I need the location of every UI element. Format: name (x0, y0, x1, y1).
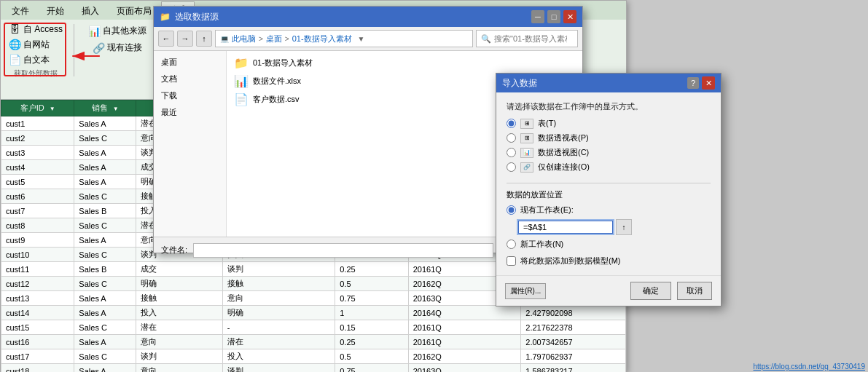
path-folder[interactable]: 01-数据导入素材 (292, 33, 352, 44)
website-icon: 🌐 (9, 39, 20, 50)
import-dialog-body: 请选择该数据在工作簿中的显示方式。 ⊞ 表(T) ⊞ 数据透视表(P) 📊 数据… (496, 92, 721, 275)
path-sep-1: > (259, 35, 263, 43)
display-radio-table[interactable] (507, 119, 516, 128)
ribbon-item-website[interactable]: 🌐 自网站 (7, 38, 52, 52)
add-to-model-checkbox[interactable] (507, 256, 516, 266)
table-cell: 意向 (222, 291, 335, 306)
pivot-table-icon: ⊞ (520, 133, 533, 143)
display-option-table[interactable]: ⊞ 表(T) (507, 118, 711, 129)
path-bar: 💻 此电脑 > 桌面 > 01-数据导入素材 ▼ (215, 30, 473, 47)
table-cell: Sales C (74, 248, 136, 262)
access-icon: 🗄 (9, 23, 20, 35)
table-cell: 0.75 (335, 291, 408, 306)
tab-layout[interactable]: 页面布局 (109, 2, 160, 20)
search-input[interactable] (494, 34, 567, 43)
display-radio-pivot-chart[interactable] (507, 148, 516, 157)
table-cell: Sales C (74, 218, 136, 233)
table-cell: 20162Q (408, 349, 521, 364)
connection-icon: 🔗 (520, 162, 533, 173)
table-cell: 谈判 (222, 364, 335, 373)
import-help-icon[interactable]: ? (687, 77, 699, 89)
table-cell: 成交 (136, 262, 222, 277)
table-cell: 0.15 (335, 320, 408, 335)
path-computer-icon: 💻 (220, 35, 229, 43)
table-cell: 谈判 (222, 262, 335, 277)
display-radio-connection[interactable] (507, 162, 516, 172)
display-option-connection-only[interactable]: 🔗 仅创建连接(O) (507, 162, 711, 173)
ribbon-item-access[interactable]: 🗄 自 Access (7, 23, 65, 36)
table-cell: 意向 (136, 364, 222, 373)
path-computer[interactable]: 此电脑 (232, 33, 256, 44)
table-cell: cust16 (1, 335, 74, 349)
file-name-0: 01-数据导入素材 (253, 58, 313, 68)
location-radio-existing[interactable] (507, 205, 516, 215)
ribbon-item-text[interactable]: 📄 自文本 (7, 53, 52, 67)
table-cell: 20161Q (408, 335, 521, 349)
cancel-btn[interactable]: 取消 (677, 282, 712, 300)
location-input[interactable] (518, 221, 613, 234)
table-icon: ⊞ (520, 119, 533, 129)
sidebar-recent[interactable]: 最近 (157, 104, 223, 121)
sidebar-desktop[interactable]: 桌面 (157, 54, 223, 71)
ribbon-item-other-sources[interactable]: 📊 自其他来源 (86, 24, 149, 38)
sidebar-downloads[interactable]: 下载 (157, 87, 223, 104)
table-cell: 1.586783217 (521, 364, 626, 373)
table-cell: 潜在 (222, 335, 335, 349)
file-dialog-close-btn[interactable]: ✕ (563, 10, 576, 23)
table-cell: 1 (335, 306, 408, 320)
ok-btn[interactable]: 确定 (630, 282, 671, 300)
file-name-2: 客户数据.csv (253, 94, 300, 105)
col-header-sales[interactable]: 销售 ▼ (74, 100, 136, 116)
path-desktop[interactable]: 桌面 (266, 33, 282, 44)
table-cell: cust17 (1, 349, 74, 364)
file-item-0[interactable]: 📁 01-数据导入素材 (230, 54, 579, 72)
table-cell: 意向 (136, 335, 222, 349)
table-cell: 2.007342657 (521, 335, 626, 349)
nav-up-btn[interactable]: ↑ (196, 31, 212, 47)
file-dialog-minimize-btn[interactable]: ─ (531, 10, 544, 23)
ribbon-group-items: 🗄 自 Access 🌐 自网站 📄 自文本 (7, 23, 65, 67)
search-icon: 🔍 (481, 34, 491, 44)
ribbon-text-label: 自文本 (23, 54, 50, 66)
display-option-pivot-chart[interactable]: 📊 数据透视图(C) (507, 147, 711, 158)
tab-insert[interactable]: 插入 (74, 2, 107, 20)
table-cell: Sales C (74, 189, 136, 204)
path-dropdown-arrow[interactable]: ▼ (358, 35, 365, 43)
filename-label: 文件名: (161, 245, 187, 256)
filter-arrow-0[interactable]: ▼ (50, 106, 55, 112)
file-dialog-controls: ─ □ ✕ (531, 10, 576, 23)
table-cell: Sales A (74, 291, 136, 306)
table-row: cust16Sales A意向潜在0.2520161Q2.007342657 (1, 335, 626, 349)
filter-arrow-1[interactable]: ▼ (113, 106, 119, 112)
table-cell: 2.217622378 (521, 320, 626, 335)
import-close-btn[interactable]: ✕ (702, 76, 715, 90)
table-row: cust15Sales C潜在-0.1520161Q2.217622378 (1, 320, 626, 335)
file-dialog-maximize-btn[interactable]: □ (547, 10, 560, 23)
location-radio-new[interactable] (507, 240, 516, 249)
tab-home[interactable]: 开始 (39, 2, 72, 20)
location-up-btn[interactable]: ↑ (616, 219, 632, 235)
nav-forward-btn[interactable]: → (177, 31, 193, 47)
props-btn[interactable]: 属性(R)... (505, 283, 546, 299)
table-cell: 明确 (136, 277, 222, 291)
display-radio-pivot-table[interactable] (507, 133, 516, 143)
location-option-new[interactable]: 新工作表(N) (507, 239, 711, 250)
sidebar-docs[interactable]: 文档 (157, 71, 223, 87)
table-cell: cust8 (1, 218, 74, 233)
table-cell: cust6 (1, 189, 74, 204)
add-to-model-checkbox-row[interactable]: 将此数据添加到数据模型(M) (507, 256, 711, 266)
table-cell: cust14 (1, 306, 74, 320)
location-option-existing[interactable]: 现有工作表(E): (507, 205, 711, 215)
col-header-custid[interactable]: 客户ID ▼ (1, 100, 74, 116)
ribbon-website-label: 自网站 (23, 39, 50, 51)
file-dialog-title-bar: 📁 选取数据源 ─ □ ✕ (154, 7, 582, 27)
tab-file[interactable]: 文件 (4, 2, 37, 20)
table-cell: 投入 (222, 349, 335, 364)
table-cell: Sales B (74, 262, 136, 277)
filename-input[interactable] (193, 243, 493, 258)
table-cell: 0.75 (335, 364, 408, 373)
nav-back-btn[interactable]: ← (158, 31, 174, 47)
table-row: cust14Sales A投入明确120164Q2.427902098 (1, 306, 626, 320)
display-option-pivot-table[interactable]: ⊞ 数据透视表(P) (507, 132, 711, 143)
file-dialog-sidebar: 桌面 文档 下载 最近 (154, 51, 227, 237)
